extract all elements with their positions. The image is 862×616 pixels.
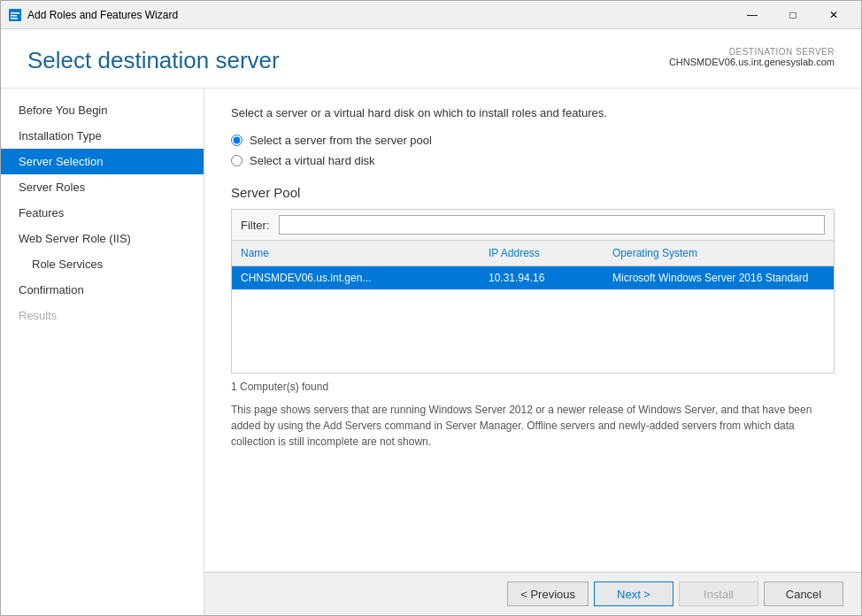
col-header-name[interactable]: Name xyxy=(232,244,480,262)
col-header-os[interactable]: Operating System xyxy=(604,244,834,262)
row-ip: 10.31.94.16 xyxy=(480,269,604,287)
filter-input[interactable] xyxy=(279,215,825,235)
install-button[interactable]: Install xyxy=(679,581,758,606)
sidebar-item-confirmation[interactable]: Confirmation xyxy=(1,277,204,303)
next-button[interactable]: Next > xyxy=(594,581,673,606)
filter-label: Filter: xyxy=(241,219,272,232)
description-text: Select a server or a virtual hard disk o… xyxy=(231,106,835,119)
radio-vhd-input[interactable] xyxy=(231,155,242,166)
svg-rect-2 xyxy=(11,15,17,17)
content-area: Before You Begin Installation Type Serve… xyxy=(1,89,861,615)
panel-body: Select a server or a virtual hard disk o… xyxy=(204,89,861,572)
maximize-button[interactable]: □ xyxy=(773,1,813,29)
radio-pool-input[interactable] xyxy=(231,135,242,146)
svg-rect-3 xyxy=(11,18,18,19)
table-header: Name IP Address Operating System xyxy=(232,241,834,266)
wizard-window: Add Roles and Features Wizard — □ ✕ Sele… xyxy=(0,0,862,616)
filter-row: Filter: xyxy=(232,210,834,241)
svg-rect-1 xyxy=(11,12,19,14)
radio-vhd-label: Select a virtual hard disk xyxy=(250,154,375,167)
close-button[interactable]: ✕ xyxy=(813,1,854,29)
previous-button[interactable]: < Previous xyxy=(507,581,589,606)
info-text: This page shows servers that are running… xyxy=(231,402,835,450)
sidebar: Before You Begin Installation Type Serve… xyxy=(1,89,204,615)
destination-label: DESTINATION SERVER xyxy=(669,47,835,57)
title-bar: Add Roles and Features Wizard — □ ✕ xyxy=(1,1,861,29)
found-text: 1 Computer(s) found xyxy=(231,381,835,393)
sidebar-item-features[interactable]: Features xyxy=(1,200,204,226)
title-bar-text: Add Roles and Features Wizard xyxy=(27,9,732,21)
sidebar-item-installation-type[interactable]: Installation Type xyxy=(1,123,204,149)
section-title: Server Pool xyxy=(231,185,835,200)
radio-group: Select a server from the server pool Sel… xyxy=(231,134,835,167)
server-pool-container: Filter: Name IP Address Operating System… xyxy=(231,209,835,373)
sidebar-item-server-roles[interactable]: Server Roles xyxy=(1,174,204,200)
sidebar-item-server-selection[interactable]: Server Selection xyxy=(1,149,204,174)
minimize-button[interactable]: — xyxy=(732,1,773,29)
sidebar-item-results: Results xyxy=(1,303,204,328)
col-header-ip[interactable]: IP Address xyxy=(480,244,604,262)
sidebar-item-before-you-begin[interactable]: Before You Begin xyxy=(1,97,204,123)
radio-pool-label: Select a server from the server pool xyxy=(250,134,432,147)
page-title: Select destination server xyxy=(27,47,280,74)
main-panel: Select a server or a virtual hard disk o… xyxy=(204,89,861,615)
title-bar-buttons: — □ ✕ xyxy=(732,1,854,29)
destination-server-name: CHNSMDEV06.us.int.genesyslab.com xyxy=(669,57,835,67)
sidebar-item-web-server-role[interactable]: Web Server Role (IIS) xyxy=(1,226,204,251)
app-icon xyxy=(8,8,22,22)
sidebar-item-role-services[interactable]: Role Services xyxy=(1,251,204,277)
row-os: Microsoft Windows Server 2016 Standard xyxy=(604,269,834,287)
table-body: CHNSMDEV06.us.int.gen... 10.31.94.16 Mic… xyxy=(232,266,834,373)
destination-server-info: DESTINATION SERVER CHNSMDEV06.us.int.gen… xyxy=(669,47,835,67)
footer: < Previous Next > Install Cancel xyxy=(204,572,861,615)
row-name: CHNSMDEV06.us.int.gen... xyxy=(232,269,480,287)
main-header: Select destination server DESTINATION SE… xyxy=(1,29,861,89)
table-row[interactable]: CHNSMDEV06.us.int.gen... 10.31.94.16 Mic… xyxy=(232,266,834,289)
radio-vhd-option[interactable]: Select a virtual hard disk xyxy=(231,154,835,167)
radio-pool-option[interactable]: Select a server from the server pool xyxy=(231,134,835,147)
cancel-button[interactable]: Cancel xyxy=(764,581,843,606)
